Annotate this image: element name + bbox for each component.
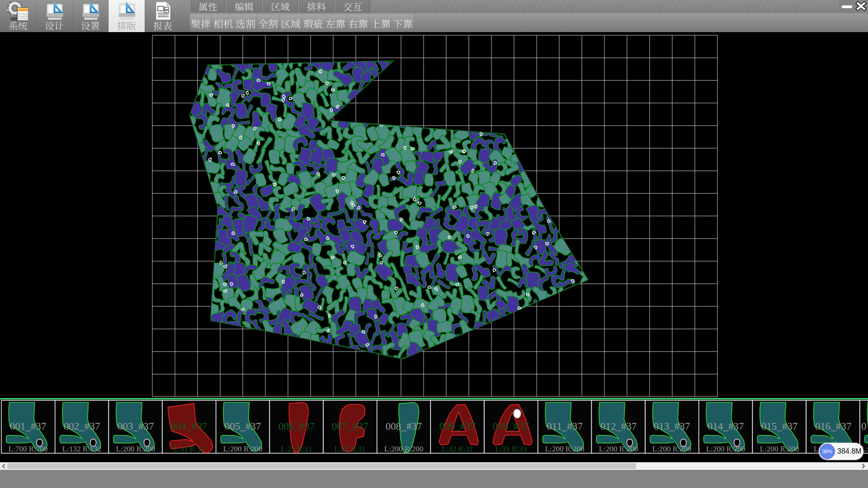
svg-text:L:200 R:200: L:200 R:200 [706,445,745,453]
svg-text:014_#37: 014_#37 [708,421,744,432]
svg-text:L:132 R:132: L:132 R:132 [62,445,101,453]
svg-text:L:31 R:31: L:31 R:31 [173,445,204,453]
svg-text:010_#37: 010_#37 [493,421,529,432]
svg-text:016_#37: 016_#37 [815,421,852,432]
svg-text:006_#37: 006_#37 [278,421,315,432]
svg-text:L:31 R:31: L:31 R:31 [334,445,365,453]
svg-text:008_#37: 008_#37 [386,421,422,432]
svg-text:L:200 R:200: L:200 R:200 [760,445,799,453]
svg-text:009_#37: 009_#37 [439,421,476,432]
svg-text:002_#37: 002_#37 [64,421,100,432]
svg-text:L:200 R:200: L:200 R:200 [652,445,691,453]
svg-text:L:200 R:200: L:200 R:200 [545,445,584,453]
svg-text:007_#37: 007_#37 [332,421,368,432]
svg-text:L:33 R:33: L:33 R:33 [495,445,526,453]
svg-text:L:200 R:200: L:200 R:200 [223,445,262,453]
svg-text:004_#37: 004_#37 [171,421,208,432]
svg-text:005_#37: 005_#37 [225,421,261,432]
svg-text:0: 0 [861,421,867,432]
svg-text:L:200 R:200: L:200 R:200 [599,445,638,453]
svg-text:013_#37: 013_#37 [654,421,690,432]
svg-text:003_#37: 003_#37 [118,421,154,432]
svg-text:L:200 R:200: L:200 R:200 [116,445,155,453]
svg-text:L:700 R:700: L:700 R:700 [9,445,47,453]
svg-text:L:200 R:200: L:200 R:200 [384,445,423,453]
svg-text:015_#37: 015_#37 [761,421,798,432]
svg-text:001_#37: 001_#37 [10,421,47,432]
svg-text:011_#37: 011_#37 [547,421,583,432]
svg-text:012_#37: 012_#37 [600,421,637,432]
svg-text:L:21 R:21: L:21 R:21 [281,445,312,453]
svg-text:L:32 R:31: L:32 R:31 [442,445,473,453]
